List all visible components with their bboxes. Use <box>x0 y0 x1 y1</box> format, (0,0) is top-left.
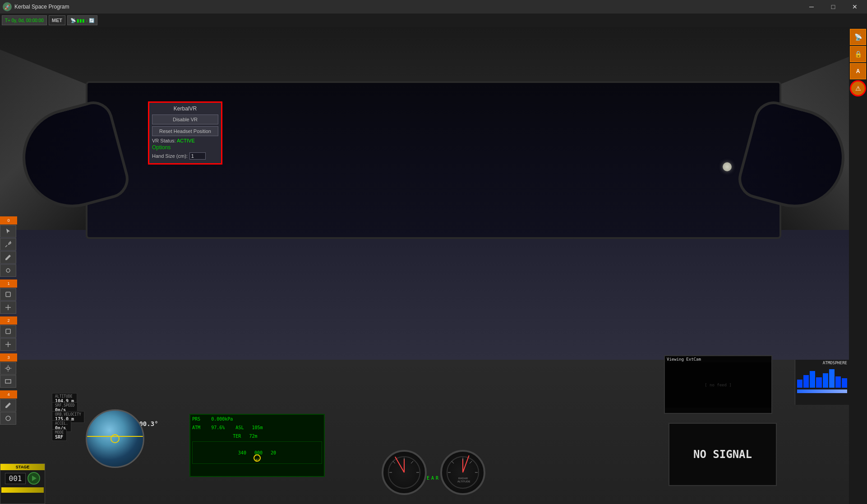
mfd-atm-value: 97.6% <box>211 425 225 430</box>
moon-object <box>723 162 732 171</box>
accel-label: ACCEL. <box>55 422 68 426</box>
maximize-button[interactable]: □ <box>823 0 844 14</box>
mode-value: SRF <box>55 435 64 440</box>
vr-status-row: VR Status: ACTIVE <box>152 138 218 143</box>
alarm-button[interactable]: A <box>850 63 866 79</box>
mfd-atm-row: ATM 97.6% ASL 105m <box>190 423 324 432</box>
toolbar-btn-h1[interactable] <box>0 288 16 301</box>
stage-label: STAGE <box>0 464 45 470</box>
tools4-icon <box>5 415 12 422</box>
mfd-degree: 3° <box>255 458 259 463</box>
group-1-label: 1 <box>0 279 17 288</box>
play-icon <box>30 475 37 482</box>
navball-crosshair <box>111 434 120 443</box>
mfd-prs-value: 0.000kPa <box>211 417 233 422</box>
toolbar-btn-pen2[interactable] <box>0 399 16 412</box>
toolbar-group-2: 2 <box>0 316 17 351</box>
hand-size-label: Hand Size (cm): <box>152 153 188 159</box>
wrench-icon <box>5 241 12 248</box>
toolbar-btn-wrench[interactable] <box>0 238 16 251</box>
sync-icon: 🔄 <box>89 18 94 23</box>
toolbar-btn-tools4[interactable] <box>0 412 16 425</box>
minimize-button[interactable]: ─ <box>801 0 822 14</box>
navball-container <box>86 409 153 477</box>
atm-bar-7 <box>835 376 841 388</box>
svg-line-10 <box>452 461 454 463</box>
mfd-prs-label: PRS <box>192 417 200 422</box>
warning-button[interactable]: ⚠ <box>850 80 866 96</box>
svg-point-19 <box>7 367 9 370</box>
gauge-cluster: RADAR ALTITUDE <box>382 450 485 495</box>
atm-bar-2 <box>803 375 809 388</box>
mission-time: T+ 0y, 0d, 00:00:00 <box>2 15 47 25</box>
atm-bar-8 <box>842 378 847 388</box>
atmosphere-level-bar <box>797 389 847 393</box>
extcam-label: Viewing ExtCam <box>665 356 771 362</box>
stage-progress <box>1 487 44 493</box>
gauge-right: RADAR ALTITUDE <box>440 450 485 495</box>
tools3-icon <box>5 378 12 385</box>
extcam-display: Viewing ExtCam [ no feed ] <box>664 355 772 414</box>
lock-icon: 🔒 <box>854 50 862 58</box>
group-2-label: 2 <box>0 316 17 325</box>
toolbar-btn-pen[interactable] <box>0 251 16 264</box>
hand-size-input[interactable] <box>189 152 206 160</box>
atm-bar-3 <box>810 371 815 388</box>
popup-title: KerbalVR <box>152 105 218 112</box>
mfd-ter-row: TER 72m <box>190 432 324 440</box>
alarm-icon: A <box>856 68 860 74</box>
tools2-icon <box>5 267 12 274</box>
svg-text:ALTITUDE: ALTITUDE <box>457 480 470 483</box>
mfd-atm-label: ATM <box>192 425 200 430</box>
reset-headset-position-button[interactable]: Reset Headset Position <box>152 126 218 136</box>
toolbar-btn-tools3[interactable] <box>0 375 16 388</box>
mfd-ter-value: 72m <box>249 434 257 439</box>
lock-button[interactable]: 🔒 <box>850 46 866 62</box>
disable-vr-button[interactable]: Disable VR <box>152 115 218 124</box>
mfd-prs-row: PRS 0.000kPa <box>190 415 324 423</box>
toolbar-btn-h4[interactable] <box>0 338 16 351</box>
svg-marker-21 <box>32 476 37 481</box>
svg-rect-17 <box>6 292 10 297</box>
srf-speed-label: SRF.SPEED <box>55 403 74 408</box>
h4-icon <box>5 341 12 348</box>
mfd-asl-label: ASL <box>235 425 244 430</box>
close-button[interactable]: ✕ <box>844 0 865 14</box>
extcam-view: [ no feed ] <box>665 362 771 408</box>
svg-text:RADAR: RADAR <box>458 477 468 480</box>
no-signal-text: NO SIGNAL <box>693 448 752 461</box>
mfd-asl-value: 105m <box>252 425 263 430</box>
atm-bar-6 <box>829 369 835 388</box>
vr-status-value: ACTIVE <box>177 138 195 143</box>
svg-rect-18 <box>6 329 10 334</box>
pen2-icon <box>5 402 12 409</box>
app-icon: 🚀 <box>3 2 12 11</box>
cockpit-panel: ALTITUDE 104.9 m SRF.SPEED 0n/s ORB.VELO… <box>0 360 867 504</box>
toolbar-btn-h2[interactable] <box>0 301 16 314</box>
svg-line-3 <box>393 461 395 463</box>
options-section-title: Options <box>152 144 218 151</box>
svg-point-20 <box>6 416 10 421</box>
h2-icon <box>5 304 12 311</box>
toolbar: T+ 0y, 0d, 00:00:00 MET 📡 ▮▮▮ ↓ 🔄 <box>0 14 867 27</box>
antenna-button[interactable]: 📡 <box>850 29 866 45</box>
vr-status-label: VR Status: <box>152 138 177 143</box>
stage-controls: 001 <box>0 470 45 486</box>
warning-icon: ⚠ <box>855 85 861 92</box>
orb-velocity-label: ORB.VELOCITY <box>55 412 81 417</box>
gauge-left-svg <box>386 454 422 490</box>
stage-value: 001 <box>5 473 26 484</box>
signal-bars: ▮▮▮ <box>77 18 85 23</box>
toolbar-btn-pointer[interactable] <box>0 225 16 238</box>
mode-readout: MODE SRF <box>52 429 67 441</box>
navball <box>86 409 144 468</box>
stage-activate-btn[interactable] <box>28 472 40 485</box>
h3-icon <box>5 328 12 335</box>
hand-size-row: Hand Size (cm): <box>152 152 218 160</box>
pointer-icon <box>5 228 12 235</box>
group-4-label: 4 <box>0 390 17 399</box>
toolbar-btn-h3[interactable] <box>0 325 16 338</box>
toolbar-btn-gear[interactable] <box>0 362 16 375</box>
toolbar-btn-tools2[interactable] <box>0 264 16 277</box>
app-title: Kerbal Space Program <box>14 4 801 10</box>
